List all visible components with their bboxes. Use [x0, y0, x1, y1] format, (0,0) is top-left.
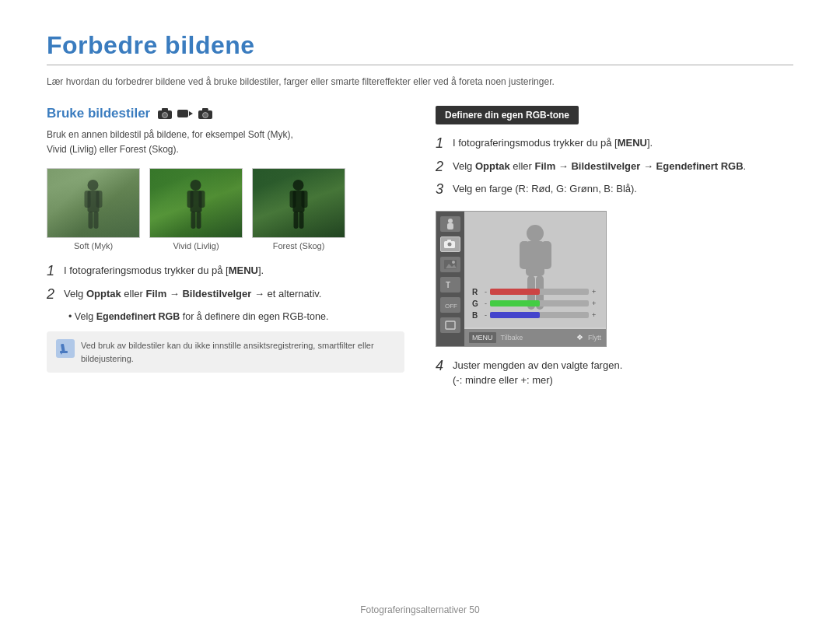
photo-label-forest: Forest (Skog) [273, 241, 325, 250]
section-title-text: Bruke bildestiler [47, 106, 150, 121]
right-step-1-num: 1 [436, 135, 448, 152]
right-step-4-text: Juster mengden av den valgte fargen. (-:… [453, 358, 622, 388]
svg-text:T: T [446, 281, 450, 289]
slider-label-b: B [472, 311, 481, 320]
right-step-3-num: 3 [436, 181, 448, 198]
right-steps: 1 I fotograferingsmodus trykker du på [M… [436, 135, 793, 198]
menu-button: MENU [469, 332, 496, 343]
svg-point-33 [448, 242, 452, 246]
svg-rect-34 [447, 240, 451, 242]
rgb-icon-square [440, 317, 460, 333]
person-silhouette-vivid [183, 179, 210, 233]
svg-rect-31 [447, 223, 453, 229]
photo-label-vivid: Vivid (Livlig) [173, 241, 219, 250]
right-step-4: 4 Juster mengden av den valgte fargen. (… [436, 358, 793, 388]
slider-row-r: R - + [472, 288, 598, 296]
svg-point-15 [191, 180, 201, 191]
svg-point-1 [163, 113, 168, 118]
slider-label-g: G [472, 299, 481, 308]
svg-point-37 [452, 261, 455, 264]
rgb-sliders-area: R - + G - + [464, 285, 606, 323]
right-step-2-num: 2 [436, 159, 448, 176]
svg-rect-43 [520, 241, 530, 269]
right-step-1-text: I fotograferingsmodus trykker du på [MEN… [453, 135, 653, 151]
rgb-screen: T OFF [436, 211, 607, 347]
page: Forbedre bildene Lær hvordan du forbedre… [0, 0, 840, 634]
slider-fill-b [490, 312, 540, 318]
slider-minus-g: - [485, 299, 487, 307]
camera-icon [156, 107, 173, 120]
photo-label-soft: Soft (Myk) [74, 241, 113, 250]
left-step-2-num: 2 [47, 286, 59, 303]
svg-rect-23 [290, 191, 296, 208]
slider-plus-b: + [592, 311, 598, 319]
svg-rect-14 [94, 212, 99, 229]
rgb-icon-person [440, 216, 460, 232]
page-footer: Fotograferingsalternativer 50 [0, 604, 840, 615]
section-title: Bruke bildestiler [47, 106, 404, 121]
svg-point-21 [293, 180, 304, 191]
photo-vivid [149, 168, 243, 238]
left-step-1-num: 1 [47, 263, 59, 280]
svg-rect-40 [446, 321, 455, 329]
right-step-4-num: 4 [436, 358, 448, 375]
slider-row-g: G - + [472, 299, 598, 308]
svg-rect-24 [302, 191, 308, 208]
slider-track-b [490, 312, 589, 318]
rgb-bottom-bar: MENU Tilbake ❖ Flytt [464, 329, 606, 346]
page-intro: Lær hvordan du forbedrer bildene ved å b… [47, 75, 793, 89]
person-silhouette-soft [80, 179, 107, 233]
svg-point-30 [448, 219, 453, 223]
left-step-1-text: I fotograferingsmodus trykker du på [MEN… [64, 263, 264, 278]
note-text: Ved bruk av bildestiler kan du ikke inns… [81, 339, 395, 365]
note-box: Ved bruk av bildestiler kan du ikke inns… [47, 331, 404, 373]
pencil-icon [58, 341, 73, 356]
back-label: Tilbake [501, 334, 523, 342]
note-icon [56, 339, 75, 358]
svg-point-41 [527, 225, 544, 242]
nav-icon: ❖ [576, 333, 583, 342]
photo-item-vivid: Vivid (Livlig) [149, 168, 243, 250]
slider-track-g [490, 300, 589, 306]
right-step-2: 2 Velg Opptak eller Film → Bildestilvelg… [436, 159, 793, 176]
rgb-left-panel: T OFF [436, 212, 464, 346]
svg-rect-2 [162, 108, 168, 111]
person-silhouette-forest [285, 179, 313, 233]
page-title: Forbedre bildene [47, 31, 793, 60]
slider-fill-r [490, 289, 540, 295]
left-step-2: 2 Velg Opptak eller Film → Bildestilvelg… [47, 286, 404, 303]
section-desc: Bruk en annen bildestil på bildene, for … [47, 128, 404, 157]
slider-label-r: R [472, 288, 481, 296]
svg-rect-25 [294, 212, 299, 229]
slider-plus-g: + [592, 299, 598, 307]
rgb-icon-off: OFF [440, 297, 460, 313]
photo-row: Soft (Myk) Vivid (Livlig) [47, 168, 404, 250]
rgb-icon-text: T [440, 277, 460, 292]
photo-forest [252, 168, 345, 238]
svg-point-9 [88, 180, 99, 191]
slider-row-b: B - + [472, 311, 598, 320]
svg-rect-18 [199, 191, 205, 208]
right-column: Definere din egen RGB-tone 1 I fotografe… [436, 106, 793, 394]
slider-plus-r: + [592, 288, 598, 296]
right-step-1: 1 I fotograferingsmodus trykker du på [M… [436, 135, 793, 152]
slider-minus-b: - [485, 311, 487, 319]
svg-rect-20 [197, 212, 201, 229]
rgb-icon-camera [440, 236, 460, 252]
right-step-3: 3 Velg en farge (R: Rød, G: Grønn, B: Bl… [436, 181, 793, 198]
left-column: Bruke bildestiler [47, 106, 404, 394]
left-step-2-text: Velg Opptak eller Film → Bildestilvelger… [64, 286, 321, 302]
svg-rect-12 [96, 191, 103, 208]
video-icon [177, 107, 194, 120]
right-step-3-text: Velg en farge (R: Rød, G: Grønn, B: Blå)… [453, 181, 637, 197]
slider-fill-g [490, 300, 540, 306]
slider-minus-r: - [485, 288, 487, 296]
section-icons: S [156, 107, 214, 120]
right-step-2-text: Velg Opptak eller Film → Bildestilvelger… [453, 159, 746, 174]
svg-rect-3 [177, 110, 188, 117]
slider-track-r [490, 289, 589, 295]
left-steps: 1 I fotograferingsmodus trykker du på [M… [47, 263, 404, 373]
photo-item-forest: Forest (Skog) [252, 168, 345, 250]
svg-text:OFF: OFF [445, 303, 457, 310]
page-divider [47, 65, 793, 65]
